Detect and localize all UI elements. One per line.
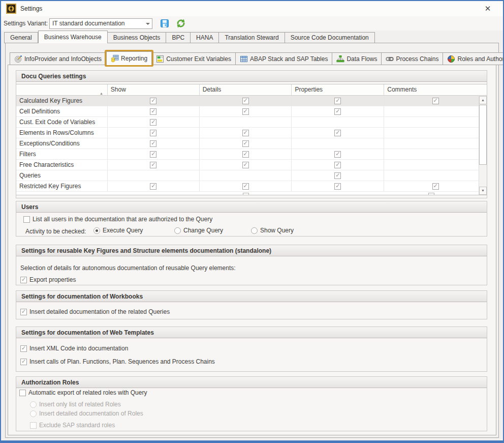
tab-source-code-documentation[interactable]: Source Code Documentation	[285, 32, 375, 43]
show-checkbox[interactable]	[150, 162, 156, 168]
tab-bpc[interactable]: BPC	[166, 32, 191, 43]
subtab-process-chains[interactable]: Process Chains	[382, 52, 443, 65]
refresh-icon[interactable]	[176, 19, 185, 28]
export-properties-checkbox[interactable]	[20, 277, 27, 283]
column-header-properties[interactable]: Properties	[292, 84, 384, 95]
show-checkbox[interactable]	[150, 130, 156, 136]
properties-checkbox[interactable]	[334, 172, 341, 179]
main-tab-strip: GeneralBusiness WarehouseBusiness Object…	[4, 31, 500, 43]
show-query-radio[interactable]	[251, 227, 258, 234]
table-row-queries[interactable]: Queries	[16, 170, 487, 181]
radio-label: Change Query	[183, 227, 223, 234]
save-icon[interactable]	[160, 19, 169, 28]
comments-checkbox[interactable]	[432, 98, 439, 104]
insert-related-queries-checkbox[interactable]	[20, 309, 27, 315]
show-checkbox[interactable]	[150, 98, 156, 104]
column-header-show[interactable]: Show	[108, 84, 200, 95]
subtab-abap-stack-and-sap-tables[interactable]: ABAP Stack and SAP Tables	[236, 52, 332, 65]
comments-checkbox[interactable]	[432, 183, 439, 190]
row-name: Queries	[16, 170, 108, 181]
insert-xml-code-checkbox[interactable]	[20, 345, 27, 352]
cell-details	[200, 96, 292, 106]
subtab-data-flows[interactable]: Data Flows	[332, 52, 382, 65]
roles-option-insert-detailed-documentation-of-roles: Insert detailed documentation of Roles	[30, 410, 487, 417]
list-all-users-checkbox[interactable]	[23, 216, 30, 223]
properties-checkbox[interactable]	[334, 162, 341, 168]
auto-export-roles-checkbox[interactable]	[19, 390, 26, 396]
show-checkbox[interactable]	[150, 108, 156, 115]
auto-export-roles-row: Automatic export of related roles with Q…	[19, 389, 487, 396]
section-title: Users	[16, 201, 487, 213]
title-bar: Settings ✕	[1, 1, 503, 16]
table-row-elements-in-rows-columns[interactable]: Elements in Rows/Columns	[16, 128, 487, 138]
chevron-down-icon[interactable]	[143, 19, 152, 28]
users-section: Users List all users in the documentatio…	[16, 201, 487, 237]
settings-window: Settings ✕ Settings Variant: IT standard…	[0, 0, 504, 443]
docu-queries-section: Docu Queries settings ▲ ShowDetailsPrope…	[16, 70, 487, 198]
change-query-radio[interactable]	[174, 227, 181, 234]
scroll-down-icon[interactable]: ▼	[479, 187, 487, 195]
properties-checkbox[interactable]	[334, 108, 341, 115]
properties-checkbox[interactable]	[334, 183, 341, 190]
show-checkbox[interactable]	[150, 119, 156, 126]
list-all-users-row: List all users in the documentation that…	[23, 216, 487, 223]
details-checkbox[interactable]	[242, 151, 249, 158]
details-checkbox[interactable]	[242, 162, 249, 168]
settings-variant-value: IT standard documentation	[52, 19, 142, 28]
tab-general[interactable]: General	[4, 32, 38, 43]
cell-show	[108, 117, 200, 127]
properties-checkbox[interactable]	[334, 130, 341, 136]
properties-checkbox[interactable]	[334, 98, 341, 104]
settings-variant-combobox[interactable]: IT standard documentation	[49, 18, 152, 29]
subtab-label: Process Chains	[396, 55, 438, 63]
table-row-cust-exit-code-of-variables[interactable]: Cust. Exit Code of Variables	[16, 117, 487, 128]
subtab-label: Roles and Authorizations	[457, 55, 504, 63]
header-corner	[478, 84, 487, 95]
show-checkbox[interactable]	[150, 140, 156, 147]
insert-xml-code-label: Insert XML Code into documentation	[29, 345, 128, 352]
workbooks-section: Settings for documentation of Workbooks …	[16, 290, 487, 319]
details-checkbox[interactable]	[242, 130, 249, 136]
details-checkbox[interactable]	[242, 183, 249, 190]
docu-queries-table: ▲ ShowDetailsPropertiesComments Calculat…	[16, 84, 487, 195]
table-row-free-characteristics[interactable]: Free Characteristics	[16, 160, 487, 170]
section-title: Settings for documentation of Web Templa…	[16, 327, 487, 338]
tab-hana[interactable]: HANA	[191, 32, 219, 43]
tab-business-objects[interactable]: Business Objects	[108, 32, 167, 43]
details-checkbox[interactable]	[242, 108, 249, 115]
subtab-customer-exit-variables[interactable]: Customer Exit Variables	[152, 52, 236, 65]
cell-comments	[384, 106, 487, 116]
export-properties-row: Export properties	[20, 276, 487, 283]
table-row-filters[interactable]: Filters	[16, 149, 487, 160]
execute-query-radio[interactable]	[93, 227, 100, 234]
scrollbar-thumb[interactable]	[479, 105, 487, 165]
close-icon[interactable]: ✕	[481, 1, 495, 16]
tab-translation-steward[interactable]: Translation Steward	[219, 32, 285, 43]
tab-business-warehouse[interactable]: Business Warehouse	[38, 31, 108, 43]
details-checkbox[interactable]	[242, 140, 249, 147]
scroll-up-icon[interactable]: ▲	[479, 96, 487, 104]
insert-plan-calls-checkbox[interactable]	[20, 359, 27, 365]
row-name: Free Characteristics	[16, 160, 108, 170]
show-checkbox[interactable]	[150, 183, 156, 190]
table-row-cell-definitions[interactable]: Cell Definitions	[16, 106, 487, 117]
table-row-restricted-key-figures[interactable]: Restricted Key Figures	[16, 181, 487, 192]
show-checkbox[interactable]	[150, 151, 156, 158]
subtab-infoprovider-and-infoobjects[interactable]: InfoProvider and InfoObjects	[10, 52, 106, 65]
section-title: Authorization Roles	[16, 377, 487, 388]
chain-links-icon	[386, 55, 394, 63]
section-title: Settings for documentation of Workbooks	[16, 291, 487, 302]
column-header-details[interactable]: Details	[200, 84, 292, 95]
details-checkbox[interactable]	[242, 98, 249, 104]
cell-comments	[384, 128, 487, 138]
subtab-roles-and-authorizations[interactable]: Roles and Authorizations	[443, 52, 504, 65]
insert-detailed-documentation-of-roles-radio	[30, 410, 37, 417]
subtab-reporting[interactable]: Reporting	[106, 51, 152, 65]
column-header-name[interactable]: ▲	[16, 84, 108, 95]
column-header-comments[interactable]: Comments	[384, 84, 478, 95]
table-row-calculated-key-figures[interactable]: Calculated Key Figures	[16, 96, 487, 106]
table-row-exceptions-conditions[interactable]: Exceptions/Conditions	[16, 138, 487, 149]
table-body: Calculated Key FiguresCell DefinitionsCu…	[16, 96, 487, 195]
properties-checkbox[interactable]	[334, 151, 341, 158]
vertical-scrollbar[interactable]: ▲ ▼	[479, 96, 487, 195]
